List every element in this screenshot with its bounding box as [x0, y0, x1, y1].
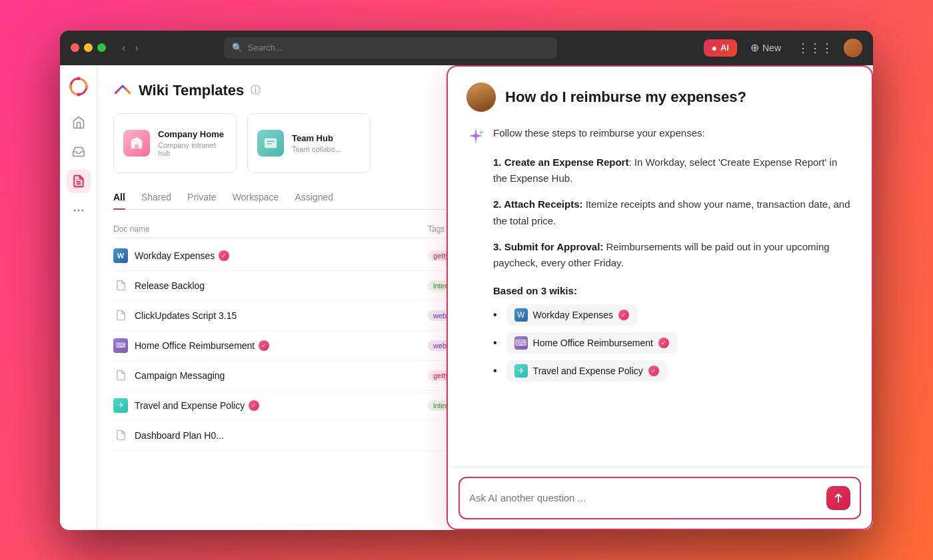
clickupdates-icon — [113, 308, 128, 323]
wiki-templates-title: Wiki Templates — [139, 82, 244, 99]
info-icon[interactable]: ⓘ — [251, 84, 261, 97]
sidebar-item-inbox[interactable] — [67, 140, 91, 164]
wiki-item-travel: ✈ Travel and Expense Policy ✓ — [493, 360, 853, 382]
ai-content: How do I reimburse my expenses? Follow t… — [448, 67, 872, 467]
wiki-chip-home[interactable]: ⌨ Home Office Reimbursement ✓ — [506, 332, 677, 354]
wiki-item-workday: W Workday Expenses ✓ — [493, 304, 853, 326]
building-icon — [129, 136, 144, 150]
tab-all[interactable]: All — [113, 192, 125, 209]
svg-point-2 — [69, 85, 72, 88]
ai-step-1: 1. Create an Expense Report: In Workday,… — [493, 154, 853, 188]
svg-point-3 — [77, 93, 80, 96]
svg-point-8 — [82, 210, 83, 211]
search-placeholder: Search... — [248, 43, 283, 53]
ai-input-area — [448, 467, 872, 529]
clickupdates-name: ClickUpdates Script 3.15 — [135, 310, 428, 321]
ai-based-on: Based on 3 wikis: W Workday Expenses ✓ — [493, 285, 853, 382]
sidebar-item-docs[interactable] — [67, 169, 91, 193]
ai-question: How do I reimburse my expenses? — [505, 89, 746, 106]
ai-wiki-list: W Workday Expenses ✓ ⌨ Home Office Reimb… — [493, 304, 853, 382]
release-backlog-icon — [113, 278, 128, 293]
svg-point-7 — [78, 210, 79, 211]
dashboard-icon — [113, 428, 128, 443]
chip-home-icon: ⌨ — [514, 336, 528, 350]
search-icon: 🔍 — [232, 43, 243, 53]
ai-intro-text: Follow these steps to reimburse your exp… — [493, 125, 705, 141]
user-avatar-ai — [467, 83, 496, 112]
clickup-logo — [113, 81, 132, 100]
ai-input-wrapper — [459, 477, 861, 519]
home-office-icon: ⌨ — [113, 338, 128, 353]
avatar-image — [844, 39, 862, 57]
chip-workday-text: Workday Expenses — [533, 310, 613, 320]
avatar-img — [467, 83, 496, 112]
home-office-name: Home Office Reimbursement ✓ — [135, 340, 428, 351]
grid-icon[interactable]: ⋮⋮⋮ — [794, 38, 836, 58]
svg-rect-12 — [265, 138, 277, 148]
file-icon-3 — [115, 370, 127, 381]
travel-verified: ✓ — [249, 400, 259, 411]
company-home-name: Company Home — [158, 129, 227, 139]
ai-question-header: How do I reimburse my expenses? — [467, 83, 853, 112]
template-card-company-home[interactable]: Company Home Company intranet hub — [113, 113, 237, 173]
sidebar — [60, 65, 97, 530]
new-button[interactable]: ⊕ New — [745, 38, 786, 57]
close-button[interactable] — [71, 43, 79, 52]
back-arrow[interactable]: ‹ — [119, 41, 128, 55]
page-area: Wiki Templates ⓘ — [97, 65, 873, 530]
company-home-text: Company Home Company intranet hub — [158, 129, 227, 157]
workday-expenses-name: Workday Expenses ✓ — [135, 250, 428, 261]
tab-private[interactable]: Private — [187, 192, 217, 209]
ai-response-header: Follow these steps to reimburse your exp… — [467, 125, 853, 145]
ai-step-2: 2. Attach Receipts: Itemize receipts and… — [493, 196, 853, 230]
home-icon — [72, 116, 85, 129]
chip-home-verified: ✓ — [658, 338, 669, 348]
ai-question-input[interactable] — [469, 492, 820, 503]
col-header-docname: Doc name — [113, 224, 428, 234]
travel-name: Travel and Expense Policy ✓ — [135, 400, 428, 411]
ai-badge-label: AI — [720, 43, 729, 53]
campaign-name: Campaign Messaging — [135, 370, 428, 381]
home-office-verified: ✓ — [259, 340, 269, 351]
address-bar[interactable]: 🔍 Search... — [224, 37, 557, 59]
file-icon-2 — [115, 310, 127, 321]
sidebar-item-more[interactable] — [67, 198, 91, 222]
tab-assigned[interactable]: Assigned — [295, 192, 333, 209]
user-avatar[interactable] — [844, 39, 862, 57]
ai-steps: 1. Create an Expense Report: In Workday,… — [493, 154, 853, 272]
ai-panel: How do I reimburse my expenses? Follow t… — [447, 65, 873, 530]
team-hub-name: Team Hub — [292, 133, 341, 143]
tab-workspace[interactable]: Workspace — [233, 192, 279, 209]
chip-workday-verified: ✓ — [618, 310, 629, 320]
wiki-chip-workday[interactable]: W Workday Expenses ✓ — [506, 304, 637, 326]
forward-arrow[interactable]: › — [132, 41, 141, 55]
tab-shared[interactable]: Shared — [141, 192, 171, 209]
wiki-chip-travel[interactable]: ✈ Travel and Expense Policy ✓ — [506, 360, 667, 382]
dashboard-name: Dashboard Plan H0... — [135, 430, 428, 441]
sidebar-item-home[interactable] — [67, 111, 91, 135]
maximize-button[interactable] — [97, 43, 106, 52]
title-bar: ‹ › 🔍 Search... ● AI ⊕ New ⋮⋮⋮ — [60, 31, 873, 65]
new-label: New — [762, 43, 781, 53]
release-backlog-name: Release Backlog — [135, 280, 428, 291]
send-icon — [832, 492, 844, 504]
company-home-desc: Company intranet hub — [158, 141, 227, 157]
team-hub-desc: Team collabo... — [292, 145, 341, 153]
ai-step-3: 3. Submit for Approval: Reimbursements w… — [493, 239, 853, 272]
svg-point-9 — [74, 210, 75, 211]
inbox-icon — [72, 145, 85, 158]
chip-travel-text: Travel and Expense Policy — [533, 366, 643, 376]
app-logo[interactable] — [68, 76, 89, 100]
nav-arrows: ‹ › — [119, 41, 141, 55]
template-card-team-hub[interactable]: Team Hub Team collabo... — [247, 113, 371, 173]
minimize-button[interactable] — [84, 43, 93, 52]
team-icon — [263, 136, 278, 150]
file-icon — [115, 280, 127, 291]
svg-rect-11 — [135, 144, 139, 148]
sparkle-icon — [467, 127, 485, 145]
ai-badge[interactable]: ● AI — [704, 39, 737, 57]
workday-expenses-icon: W — [113, 248, 128, 263]
wiki-item-home: ⌨ Home Office Reimbursement ✓ — [493, 332, 853, 354]
ai-send-button[interactable] — [826, 486, 850, 510]
ai-badge-icon: ● — [712, 43, 717, 53]
